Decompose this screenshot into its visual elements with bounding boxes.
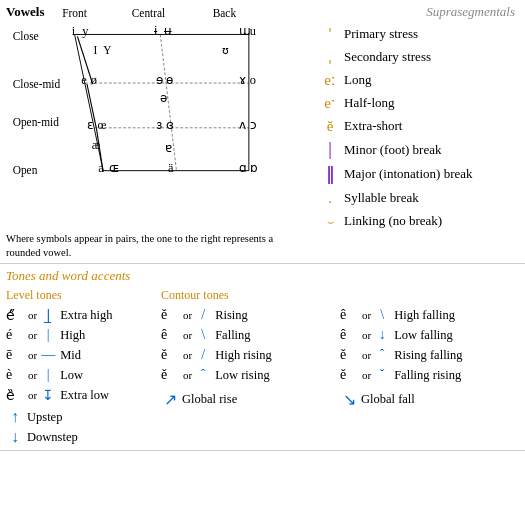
svg-text:Open-mid: Open-mid [13,116,60,129]
supra-secondary-stress: ˌ Secondary stress [316,47,519,67]
tone-low-rising-mark: ˆ [194,367,212,383]
syllable-break-label: Syllable break [344,190,419,206]
downstep-symbol: ↓ [6,428,24,446]
contour-tones-title: Contour tones [161,288,519,303]
upstep-desc: Upstep [27,410,62,425]
supra-primary-stress: ˈ Primary stress [316,24,519,44]
svg-text:ʉ: ʉ [164,24,172,38]
tone-rising-falling-desc: Rising falling [394,348,462,363]
svg-text:ə: ə [160,91,167,105]
major-break-symbol: ‖ [316,163,344,185]
tone-low-mark: | [39,367,57,383]
tone-high-mark: | [39,327,57,343]
tone-high-letter: é [6,327,26,343]
tone-extra-low: ȅ or ↧ Extra low [6,386,161,404]
major-break-label: Major (intonation) break [344,166,473,182]
tone-falling-mark: \ [194,327,212,343]
svg-text:Y: Y [103,44,111,56]
tone-high-falling-letter: ê [340,307,360,323]
svg-text:y: y [82,24,89,38]
tone-low-falling-letter: ê [340,327,360,343]
tone-rising-mark: / [194,307,212,323]
svg-text:ɐ: ɐ [165,141,172,155]
tone-high-rising: ě or / High rising [161,346,340,364]
tone-falling-rising-letter: ě [340,367,360,383]
svg-text:ɞ: ɞ [166,118,174,132]
suprasegmentals-title: Suprasegmentals [316,4,519,20]
tone-extra-low-letter: ȅ [6,387,26,404]
supra-syllable-break: . Syllable break [316,188,519,208]
global-rise-symbol: ↗ [161,390,179,409]
tone-high-falling-desc: High falling [394,308,455,323]
tone-high-falling-mark: \ [373,307,391,323]
tone-low-rising-desc: Low rising [215,368,270,383]
tone-mid-desc: Mid [60,348,81,363]
tone-low-falling-mark: ↓ [373,327,391,343]
tone-high-rising-mark: / [194,347,212,363]
svg-text:ɶ: ɶ [109,161,119,175]
tone-low-rising-letter: ě [161,367,181,383]
supra-minor-break: | Minor (foot) break [316,139,519,160]
half-long-label: Half-long [344,95,395,111]
global-rise-desc: Global rise [182,392,237,407]
tone-low-desc: Low [60,368,83,383]
tone-extra-high: é̋ or |̲ Extra high [6,306,161,324]
tone-high-rising-letter: ě [161,347,181,363]
svg-text:ɘ: ɘ [156,73,163,87]
supra-long: eː Long [316,70,519,90]
svg-text:Close: Close [13,30,39,42]
tone-global-rise: ↗ Global rise [161,390,340,409]
svg-text:I: I [94,44,98,56]
tone-extra-low-mark: ↧ [39,387,57,404]
svg-text:ɤ: ɤ [239,73,246,87]
tone-rising: ě or / Rising [161,306,340,324]
svg-text:ɜ: ɜ [156,118,162,132]
svg-text:ɑ: ɑ [239,161,247,175]
tone-falling-letter: ê [161,327,181,343]
upstep-symbol: ↑ [6,408,24,426]
tone-rising-falling-mark: ˆ [373,347,391,363]
extra-short-label: Extra-short [344,118,402,134]
svg-text:Back: Back [213,7,237,19]
tone-low-falling-desc: Low falling [394,328,453,343]
tone-downstep: ↓ Downstep [6,428,161,446]
svg-text:u: u [250,24,256,38]
tone-low-letter: è [6,367,26,383]
long-symbol: eː [316,71,344,89]
tone-high-rising-desc: High rising [215,348,272,363]
linking-label: Linking (no break) [344,213,442,229]
extra-short-symbol: ĕ [316,118,344,135]
svg-text:ʊ: ʊ [222,44,229,56]
global-fall-symbol: ↘ [340,390,358,409]
tone-rising-letter: ě [161,307,181,323]
tone-falling-rising: ě or ˇ Falling rising [340,366,519,384]
tone-rising-desc: Rising [215,308,248,323]
svg-text:Open: Open [13,164,38,177]
svg-text:Central: Central [132,7,166,19]
svg-text:Close-mid: Close-mid [13,78,61,90]
svg-text:i: i [72,24,76,38]
tone-low: è or | Low [6,366,161,384]
svg-text:ɛ: ɛ [87,118,93,132]
svg-text:ɔ: ɔ [250,118,257,132]
tone-high: é or | High [6,326,161,344]
half-long-symbol: eˑ [316,94,344,112]
tone-upstep: ↑ Upstep [6,408,161,426]
secondary-stress-label: Secondary stress [344,49,431,65]
supra-half-long: eˑ Half-long [316,93,519,113]
tones-title: Tones and word accents [6,268,519,284]
svg-text:ʌ: ʌ [239,118,246,132]
primary-stress-label: Primary stress [344,26,418,42]
tone-falling-desc: Falling [215,328,250,343]
global-fall-desc: Global fall [361,392,415,407]
tone-high-falling: ê or \ High falling [340,306,519,324]
secondary-stress-symbol: ˌ [316,48,344,66]
tone-rising-falling: ě or ˆ Rising falling [340,346,519,364]
vowel-note: Where symbols appear in pairs, the one t… [6,232,296,259]
tone-high-desc: High [60,328,85,343]
downstep-desc: Downstep [27,430,78,445]
tone-extra-low-desc: Extra low [60,388,109,403]
primary-stress-symbol: ˈ [316,25,344,43]
svg-text:ɨ: ɨ [154,24,158,38]
supra-extra-short: ĕ Extra-short [316,116,519,136]
